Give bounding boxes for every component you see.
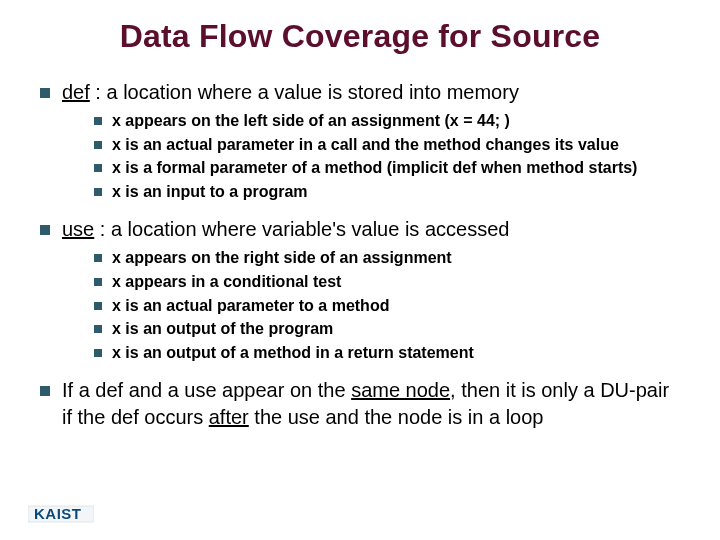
def-rest: : a location where a value is stored int…: [90, 81, 519, 103]
term-use: use: [62, 218, 94, 240]
list-item: x is a formal parameter of a method (imp…: [94, 157, 680, 179]
para-underline-same-node: same node: [351, 379, 450, 401]
def-sublist: x appears on the left side of an assignm…: [62, 110, 680, 202]
list-item: x is an output of the program: [94, 318, 680, 340]
list-item: x appears on the right side of an assign…: [94, 247, 680, 269]
slide: Data Flow Coverage for Source def : a lo…: [0, 0, 720, 540]
kaist-logo: KAIST: [28, 504, 94, 524]
use-sublist: x appears on the right side of an assign…: [62, 247, 680, 363]
bullet-use: use : a location where variable's value …: [40, 216, 680, 363]
list-item: x is an output of a method in a return s…: [94, 342, 680, 364]
bullet-du-pair: If a def and a use appear on the same no…: [40, 377, 680, 431]
list-item: x is an actual parameter to a method: [94, 295, 680, 317]
slide-title: Data Flow Coverage for Source: [40, 18, 680, 55]
logo-text: KAIST: [34, 505, 82, 522]
bullet-list: def : a location where a value is stored…: [40, 79, 680, 431]
use-rest: : a location where variable's value is a…: [94, 218, 509, 240]
term-def: def: [62, 81, 90, 103]
list-item: x is an input to a program: [94, 181, 680, 203]
para-pre: If a def and a use appear on the: [62, 379, 351, 401]
para-mid2: the use and the node is in a loop: [249, 406, 544, 428]
bullet-def: def : a location where a value is stored…: [40, 79, 680, 202]
list-item: x appears on the left side of an assignm…: [94, 110, 680, 132]
para-underline-after: after: [209, 406, 249, 428]
list-item: x is an actual parameter in a call and t…: [94, 134, 680, 156]
list-item: x appears in a conditional test: [94, 271, 680, 293]
